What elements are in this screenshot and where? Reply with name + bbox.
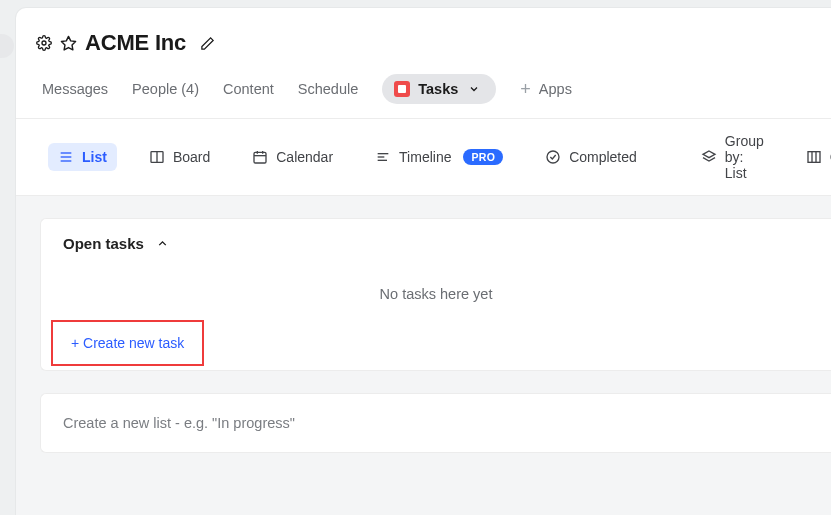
tab-content[interactable]: Content	[223, 81, 274, 97]
tasks-body: Open tasks No tasks here yet + Create ne…	[16, 196, 831, 515]
svg-point-0	[42, 41, 46, 45]
svg-marker-15	[703, 151, 715, 158]
primary-tabs: Messages People (4) Content Schedule Tas…	[16, 62, 831, 118]
tab-tasks-label: Tasks	[418, 81, 458, 97]
tab-apps-label: Apps	[539, 81, 572, 97]
check-circle-icon	[545, 149, 561, 165]
star-icon[interactable]	[60, 35, 77, 52]
collapsed-sidebar-handle[interactable]	[0, 34, 14, 58]
workspace-card: ACME Inc Messages People (4) Content Sch…	[16, 8, 831, 515]
view-timeline-button[interactable]: Timeline PRO	[365, 143, 513, 171]
tab-schedule[interactable]: Schedule	[298, 81, 358, 97]
open-tasks-heading-row[interactable]: Open tasks	[41, 219, 831, 252]
pencil-icon[interactable]	[200, 36, 215, 51]
tab-tasks[interactable]: Tasks	[382, 74, 496, 104]
svg-rect-16	[808, 152, 820, 163]
view-calendar-button[interactable]: Calendar	[242, 143, 343, 171]
chevron-down-icon	[468, 83, 480, 95]
plus-icon: +	[520, 80, 531, 98]
view-list-button[interactable]: List	[48, 143, 117, 171]
board-icon	[149, 149, 165, 165]
highlighted-create-task-region: + Create new task	[51, 320, 204, 366]
open-tasks-panel: Open tasks No tasks here yet + Create ne…	[40, 218, 831, 371]
create-new-list-panel	[40, 393, 831, 453]
create-new-list-input[interactable]	[63, 415, 809, 431]
list-icon	[58, 149, 74, 165]
chevron-up-icon	[156, 237, 169, 250]
svg-rect-7	[254, 152, 266, 163]
columns-icon	[806, 149, 822, 165]
workspace-header: ACME Inc	[16, 8, 831, 62]
pro-badge: PRO	[463, 149, 503, 165]
tab-people[interactable]: People (4)	[132, 81, 199, 97]
calendar-icon	[252, 149, 268, 165]
view-completed-label: Completed	[569, 149, 637, 165]
gear-icon[interactable]	[36, 35, 52, 51]
view-board-label: Board	[173, 149, 210, 165]
groupby-button[interactable]: Group by: List	[691, 127, 774, 187]
groupby-label: Group by: List	[725, 133, 764, 181]
view-list-label: List	[82, 149, 107, 165]
view-toolbar: List Board Calendar Timeline PRO	[16, 118, 831, 196]
workspace-title: ACME Inc	[85, 30, 186, 56]
empty-state-text: No tasks here yet	[41, 286, 831, 302]
tasks-icon	[394, 81, 410, 97]
timeline-icon	[375, 149, 391, 165]
columns-button[interactable]: Column	[796, 143, 831, 171]
tab-apps[interactable]: + Apps	[520, 80, 572, 98]
view-completed-button[interactable]: Completed	[535, 143, 647, 171]
layers-icon	[701, 149, 717, 165]
view-board-button[interactable]: Board	[139, 143, 220, 171]
svg-point-14	[547, 151, 559, 163]
tab-messages[interactable]: Messages	[42, 81, 108, 97]
svg-marker-1	[61, 36, 75, 49]
view-timeline-label: Timeline	[399, 149, 451, 165]
open-tasks-heading: Open tasks	[63, 235, 144, 252]
create-task-button[interactable]: + Create new task	[71, 335, 184, 351]
view-calendar-label: Calendar	[276, 149, 333, 165]
